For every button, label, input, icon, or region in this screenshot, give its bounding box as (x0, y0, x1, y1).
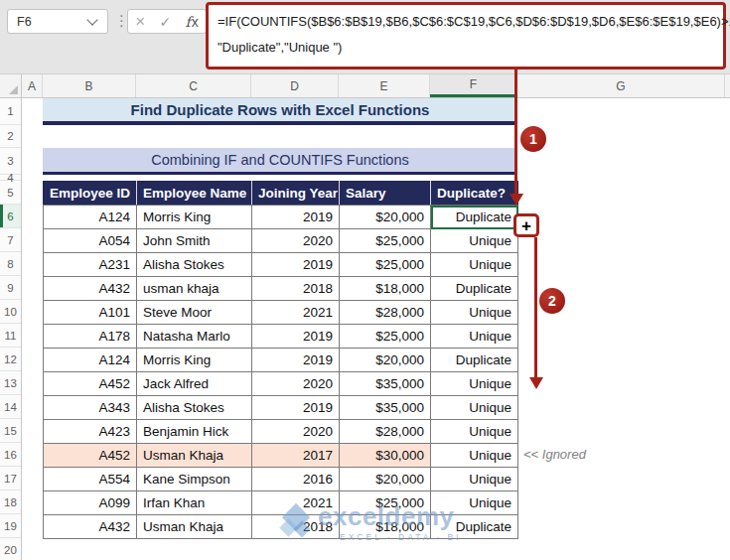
table-cell[interactable]: $18,000 (340, 515, 431, 539)
table-cell[interactable]: A343 (44, 396, 137, 420)
row-header-5[interactable]: 5 (0, 181, 21, 205)
table-cell[interactable]: $28,000 (340, 420, 431, 444)
table-cell[interactable]: Unique (431, 253, 518, 277)
column-header-E[interactable]: E (339, 74, 430, 97)
table-cell[interactable]: $20,000 (340, 206, 431, 229)
table-cell[interactable]: 2019 (252, 206, 340, 229)
table-cell[interactable]: Unique (431, 444, 518, 468)
table-cell[interactable]: Alisha Stokes (137, 396, 252, 420)
table-cell[interactable]: 2021 (252, 491, 340, 515)
row-header-2[interactable]: 2 (0, 125, 21, 148)
table-cell[interactable]: Steve Moor (137, 301, 252, 325)
table-cell[interactable]: A452 (44, 444, 137, 468)
table-cell[interactable]: A124 (44, 349, 137, 372)
column-header-B[interactable]: B (43, 74, 136, 97)
table-cell[interactable]: $20,000 (340, 468, 431, 491)
table-cell[interactable]: 2020 (252, 420, 340, 444)
table-cell[interactable]: A423 (44, 420, 137, 444)
table-cell[interactable]: Jack Alfred (137, 372, 252, 396)
table-cell[interactable]: A101 (44, 301, 137, 325)
table-cell[interactable]: $20,000 (340, 349, 431, 372)
column-header-D[interactable]: D (251, 74, 339, 97)
formula-input[interactable]: =IF(COUNTIFS($B$6:$B$19,$B6,$C$6:$C$19,$… (206, 2, 726, 70)
table-cell[interactable]: A054 (44, 229, 137, 253)
table-cell[interactable]: Irfan Khan (137, 491, 252, 515)
fill-handle-callout[interactable]: + (513, 213, 539, 237)
table-cell[interactable]: 2020 (252, 372, 340, 396)
table-cell[interactable]: 2016 (252, 468, 340, 491)
table-cell[interactable]: 2018 (252, 515, 340, 539)
column-header-G[interactable]: G (517, 74, 725, 97)
table-cell[interactable]: Morris King (137, 349, 252, 372)
table-cell[interactable]: 2021 (252, 301, 340, 325)
table-cell[interactable]: $25,000 (340, 253, 431, 277)
table-cell[interactable]: $25,000 (340, 325, 431, 349)
table-cell[interactable]: Unique (431, 396, 518, 420)
selected-cell-F6[interactable]: Duplicate (431, 206, 518, 229)
table-cell[interactable]: Unique (431, 325, 518, 349)
row-header-12[interactable]: 12 (0, 348, 21, 371)
table-cell[interactable]: Usman Khaja (137, 515, 252, 539)
table-cell[interactable]: Kane Simpson (137, 468, 252, 491)
row-header-11[interactable]: 11 (0, 324, 21, 348)
table-column-header[interactable]: Employee ID (44, 182, 137, 206)
table-cell[interactable]: usman khaja (137, 277, 252, 301)
table-cell[interactable]: Unique (431, 491, 518, 515)
table-column-header[interactable]: Duplicate? (431, 182, 518, 206)
title-banner-cell[interactable]: Find Duplicate Rows with Excel Functions (43, 98, 517, 125)
table-cell[interactable]: $30,000 (340, 444, 431, 468)
table-cell[interactable]: $35,000 (340, 372, 431, 396)
table-cell[interactable]: Unique (431, 372, 518, 396)
row-header-9[interactable]: 9 (0, 276, 21, 300)
table-cell[interactable]: A178 (44, 325, 137, 349)
row-header-17[interactable]: 17 (0, 467, 21, 490)
table-cell[interactable]: 2017 (252, 444, 340, 468)
table-column-header[interactable]: Salary (340, 182, 431, 206)
enter-icon[interactable]: ✓ (160, 15, 172, 29)
table-cell[interactable]: 2018 (252, 277, 340, 301)
name-box[interactable]: F6 (7, 9, 108, 34)
table-cell[interactable]: John Smith (137, 229, 252, 253)
table-cell[interactable]: A231 (44, 253, 137, 277)
row-header-1[interactable]: 1 (0, 98, 21, 125)
table-cell[interactable]: A432 (44, 277, 137, 301)
method-banner-cell[interactable]: Combining IF and COUNTIFS Functions (43, 148, 517, 175)
row-header-16[interactable]: 16 (0, 443, 21, 467)
table-cell[interactable]: Unique (431, 229, 518, 253)
table-cell[interactable]: Natasha Marlo (137, 325, 252, 349)
table-cell[interactable]: Benjamin Hick (137, 420, 252, 444)
row-header-19[interactable]: 19 (0, 514, 21, 538)
table-cell[interactable]: Duplicate (431, 349, 518, 372)
table-cell[interactable]: $25,000 (340, 491, 431, 515)
column-header-F[interactable]: F (430, 74, 517, 97)
column-header-A[interactable]: A (22, 74, 43, 97)
table-cell[interactable]: 2019 (252, 253, 340, 277)
table-cell[interactable]: A554 (44, 468, 137, 491)
row-header-14[interactable]: 14 (0, 395, 21, 419)
table-cell[interactable]: Unique (431, 301, 518, 325)
row-header-10[interactable]: 10 (0, 300, 21, 324)
table-cell[interactable]: Morris King (137, 206, 252, 229)
row-header-13[interactable]: 13 (0, 371, 21, 395)
table-cell[interactable]: Duplicate (431, 515, 518, 539)
table-cell[interactable]: Alisha Stokes (137, 253, 252, 277)
table-cell[interactable]: $35,000 (340, 396, 431, 420)
chevron-down-icon[interactable] (86, 14, 97, 25)
table-column-header[interactable]: Joining Year (252, 182, 340, 206)
insert-function-icon[interactable]: fx (186, 14, 199, 30)
row-header-7[interactable]: 7 (0, 228, 21, 252)
select-all-button[interactable] (0, 74, 22, 97)
table-cell[interactable]: Duplicate (431, 277, 518, 301)
row-header-8[interactable]: 8 (0, 252, 21, 276)
row-header-20[interactable]: 20 (0, 538, 21, 560)
table-cell[interactable]: $25,000 (340, 229, 431, 253)
column-header-C[interactable]: C (136, 74, 251, 97)
table-cell[interactable]: 2020 (252, 229, 340, 253)
table-cell[interactable]: A124 (44, 206, 137, 229)
row-header-18[interactable]: 18 (0, 490, 21, 514)
table-cell[interactable]: 2019 (252, 396, 340, 420)
row-header-6[interactable]: 6 (0, 205, 21, 228)
table-cell[interactable]: $28,000 (340, 301, 431, 325)
table-cell[interactable]: A432 (44, 515, 137, 539)
table-cell[interactable]: Unique (431, 420, 518, 444)
